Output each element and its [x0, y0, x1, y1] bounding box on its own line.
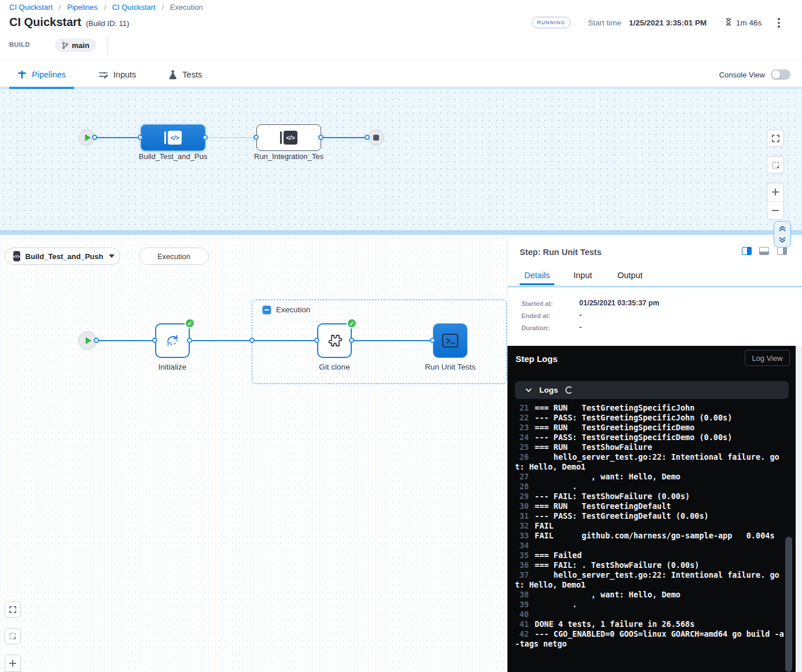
- log-line: 42--- CGO_ENABLED=0 GOOS=linux GOARCH=am…: [515, 629, 784, 649]
- field-label-started-at: Started at:: [521, 300, 553, 307]
- log-line: 23=== RUN TestGreetingSpecificDemo: [515, 423, 784, 433]
- panel-resize-control[interactable]: [774, 221, 791, 248]
- chevrons-down-icon: [778, 237, 786, 243]
- plus-icon: [771, 188, 779, 196]
- tab-details[interactable]: Details: [524, 271, 550, 280]
- tab-pipelines[interactable]: Pipelines: [9, 60, 74, 89]
- success-check-badge: ✓: [347, 318, 357, 328]
- canvas-split-divider[interactable]: [0, 230, 802, 235]
- log-scrollbar-thumb[interactable]: [785, 537, 792, 672]
- step-node-initialize[interactable]: [155, 323, 190, 358]
- pipeline-end-node[interactable]: [368, 130, 384, 146]
- step-details-panel: Step: Run Unit Tests Details Input Outpu…: [507, 235, 802, 672]
- canvas-fit-selection-button[interactable]: [5, 628, 21, 644]
- zoom-out-button[interactable]: [767, 202, 783, 220]
- canvas-zoom-controls: [767, 183, 784, 220]
- breadcrumb-separator: /: [161, 3, 164, 12]
- tab-inputs[interactable]: Inputs: [90, 60, 145, 89]
- edge-stage1-stage2: [205, 137, 256, 138]
- breadcrumb: CI Quickstart / Pipelines / CI Quickstar…: [9, 3, 203, 12]
- port: [92, 135, 97, 140]
- step-logs-title: Step Logs: [516, 354, 558, 364]
- play-icon: [86, 337, 91, 344]
- layout-right-view-button[interactable]: [777, 247, 787, 255]
- ci-stage-icon: </>: [164, 131, 182, 145]
- minus-icon: [771, 206, 779, 215]
- tab-input[interactable]: Input: [573, 271, 592, 280]
- step-node-git-clone[interactable]: [317, 323, 352, 358]
- log-line: 24--- PASS: TestGreetingSpecificDemo (0.…: [515, 433, 784, 442]
- inputs-icon: [98, 71, 108, 79]
- tab-tests[interactable]: Tests: [160, 60, 210, 89]
- log-line: 40: [515, 610, 784, 619]
- step-logs-panel: Step Logs Log View Logs 21=== RUN TestGr…: [507, 346, 796, 672]
- step-label: Run Unit Tests: [410, 363, 491, 371]
- collapse-group-icon[interactable]: [262, 305, 271, 315]
- loading-spinner-icon: [565, 386, 573, 394]
- branch-name: main: [72, 41, 89, 50]
- console-view-label: Console View: [719, 71, 765, 79]
- step-node-run-unit-tests[interactable]: [433, 323, 468, 358]
- zoom-in-button[interactable]: [767, 183, 783, 202]
- layout-split-view-button[interactable]: [742, 247, 752, 255]
- console-view-toggle[interactable]: [771, 69, 790, 80]
- start-time-label: Start time: [588, 19, 621, 27]
- execution-group-label: Execution: [276, 305, 310, 314]
- chevrons-up-icon: [778, 226, 786, 232]
- port: [138, 135, 143, 140]
- breadcrumb-link-pipelines[interactable]: Pipelines: [67, 3, 98, 12]
- branch-tag[interactable]: main: [55, 38, 96, 52]
- panel-scroll-gutter: [796, 346, 802, 672]
- selection-box-icon: [771, 161, 780, 169]
- log-line: 34: [515, 541, 784, 551]
- edge-gitclone-rununittests: [352, 340, 433, 341]
- chevron-down-icon: [525, 388, 532, 392]
- play-icon: [85, 134, 91, 141]
- log-line: 30=== RUN TestGreetingDefault: [515, 501, 784, 511]
- git-branch-icon: [62, 42, 68, 49]
- port: [249, 338, 255, 343]
- chevron-down-icon: [109, 254, 115, 258]
- pipelines-icon: [17, 70, 27, 79]
- execution-view-button[interactable]: Execution: [139, 248, 209, 265]
- breadcrumb-link-pipeline[interactable]: CI Quickstart: [112, 3, 156, 12]
- selection-box-icon: [9, 632, 17, 640]
- field-label-ended-at: Ended at:: [521, 312, 550, 319]
- zoom-in-button[interactable]: [5, 655, 21, 672]
- execution-view-label: Execution: [157, 252, 190, 261]
- stage-selector-dropdown[interactable]: </> Build_Test_and_Push: [5, 248, 120, 265]
- log-view-button[interactable]: Log View: [745, 350, 790, 366]
- page-title: CI Quickstart(Build ID: 11): [9, 16, 129, 29]
- stage-canvas[interactable]: </> Build_Test_and_Pus </> Run_Integrati…: [0, 89, 802, 230]
- log-line: 41DONE 4 tests, 1 failure in 26.568s: [515, 619, 784, 629]
- layout-bottom-view-button[interactable]: [759, 247, 769, 255]
- step-label: Git clone: [294, 363, 375, 371]
- logs-section-header[interactable]: Logs: [515, 381, 789, 399]
- log-line: 32FAIL: [515, 521, 784, 531]
- canvas-fit-selection-button[interactable]: [767, 156, 784, 173]
- port: [318, 135, 323, 140]
- run-tests-terminal-icon: [441, 333, 459, 349]
- port: [430, 338, 435, 343]
- canvas-fullscreen-button[interactable]: [5, 601, 21, 618]
- canvas-fullscreen-button[interactable]: [767, 130, 784, 147]
- more-menu-button[interactable]: [778, 18, 780, 28]
- breadcrumb-separator: /: [59, 3, 61, 12]
- execution-tabbar: Pipelines Inputs Tests Console View: [0, 60, 802, 89]
- logs-section-label: Logs: [539, 386, 558, 394]
- stop-icon: [373, 135, 379, 141]
- step-canvas[interactable]: </> Build_Test_and_Push Execution Execut…: [0, 235, 507, 672]
- success-check-badge: ✓: [185, 318, 195, 328]
- log-lines: 21=== RUN TestGreetingSpecificJohn22--- …: [515, 403, 784, 649]
- log-line: 22--- PASS: TestGreetingSpecificJohn (0.…: [515, 413, 784, 423]
- stage-label: Run_Integration_Tes: [248, 152, 329, 161]
- tab-output[interactable]: Output: [617, 271, 643, 280]
- stage-node-run-integration-tests[interactable]: </>: [256, 124, 321, 151]
- stage-node-build-test-and-push[interactable]: </>: [141, 124, 205, 151]
- port: [203, 135, 208, 140]
- tab-tests-label: Tests: [182, 70, 202, 79]
- port: [94, 338, 99, 343]
- breadcrumb-link-project[interactable]: CI Quickstart: [9, 3, 53, 12]
- edge-stage2-end: [321, 137, 368, 138]
- fullscreen-icon: [771, 134, 780, 143]
